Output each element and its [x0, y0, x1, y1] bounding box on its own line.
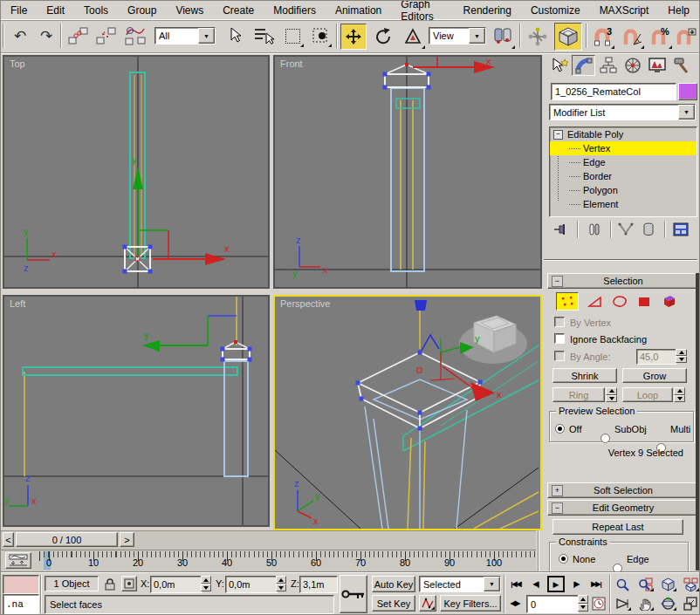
- viewport-perspective[interactable]: Perspective: [273, 295, 542, 530]
- selection-filter-arrow[interactable]: ▼: [198, 28, 215, 44]
- x-spinner[interactable]: [201, 576, 211, 591]
- make-unique-button[interactable]: [615, 221, 636, 238]
- ring-button[interactable]: Ring: [552, 387, 605, 402]
- default-tangents-button[interactable]: [419, 595, 436, 612]
- menu-maxscript[interactable]: MAXScript: [590, 4, 659, 17]
- bind-to-space-warp-button[interactable]: [121, 24, 149, 48]
- menu-edit[interactable]: Edit: [37, 4, 74, 17]
- ignore-backfacing-checkbox[interactable]: [554, 333, 565, 344]
- selection-set-dropdown[interactable]: Selected ▼: [419, 576, 501, 592]
- viewport-left-label[interactable]: Left: [10, 298, 25, 309]
- viewport-perspective-canvas[interactable]: y x z y x: [275, 297, 540, 529]
- menu-tools[interactable]: Tools: [74, 4, 118, 17]
- select-and-move-button[interactable]: [340, 24, 367, 50]
- collapse-box[interactable]: −: [553, 130, 563, 140]
- move-gizmo-left[interactable]: y: [142, 330, 208, 352]
- arc-rotate-button[interactable]: [658, 595, 677, 612]
- pin-stack-button[interactable]: [551, 221, 572, 238]
- select-by-name-button[interactable]: [250, 24, 277, 48]
- constraints-none-radio[interactable]: [559, 554, 568, 564]
- subobject-element-button[interactable]: [657, 292, 680, 311]
- remove-modifier-button[interactable]: [638, 221, 659, 238]
- auto-key-button[interactable]: Auto Key: [372, 576, 415, 592]
- by-angle-field[interactable]: 45,0: [636, 349, 676, 365]
- menu-customize[interactable]: Customize: [521, 4, 590, 17]
- previous-frame-button[interactable]: ◀|: [528, 576, 544, 592]
- zoom-button[interactable]: [613, 576, 632, 592]
- z-coordinate-field[interactable]: 3,1m: [299, 576, 338, 593]
- stack-item-polygon[interactable]: Polygon: [550, 183, 697, 197]
- tab-utilities[interactable]: [669, 55, 693, 76]
- y-coordinate-field[interactable]: 0,0m: [225, 576, 278, 593]
- menu-file[interactable]: File: [1, 4, 37, 17]
- menu-modifiers[interactable]: Modifiers: [264, 4, 326, 17]
- percent-snap-toggle-button[interactable]: %: [647, 24, 673, 50]
- viewport-front-canvas[interactable]: x z y x: [275, 57, 540, 287]
- redo-button[interactable]: ↷: [34, 24, 58, 48]
- mini-curve-editor-button[interactable]: [5, 552, 31, 569]
- by-vertex-checkbox[interactable]: [554, 317, 565, 327]
- play-button[interactable]: ▶: [547, 576, 565, 592]
- key-mode-toggle-button[interactable]: ◀▶: [507, 595, 523, 612]
- zoom-all-button[interactable]: [635, 576, 655, 592]
- stack-item-editable-poly[interactable]: − Editable Poly: [550, 127, 697, 141]
- zoom-extents-all-button[interactable]: [681, 576, 700, 592]
- window-crossing-toggle-button[interactable]: [308, 24, 333, 48]
- viewport-front[interactable]: Front x: [273, 55, 542, 289]
- tab-hierarchy[interactable]: [596, 55, 620, 76]
- snap-toggle-3d-button[interactable]: 3: [589, 24, 615, 50]
- select-and-scale-button[interactable]: [400, 24, 426, 50]
- loop-spinner[interactable]: [674, 387, 685, 402]
- y-spinner[interactable]: [276, 576, 286, 591]
- time-slider-handle[interactable]: 0 / 100: [16, 532, 118, 547]
- loop-button[interactable]: Loop: [622, 387, 673, 402]
- menu-views[interactable]: Views: [166, 4, 213, 17]
- modifier-list-arrow[interactable]: ▼: [678, 105, 695, 120]
- subobject-vertex-button[interactable]: [556, 292, 579, 311]
- viewport-top-canvas[interactable]: y x y z x: [4, 57, 268, 287]
- tab-display[interactable]: [645, 55, 669, 76]
- by-angle-spinner[interactable]: [676, 349, 687, 363]
- tab-create[interactable]: [547, 55, 571, 76]
- move-gizmo-top[interactable]: y x: [132, 154, 230, 265]
- time-slider-track[interactable]: < 0 / 100 >: [1, 530, 536, 550]
- stack-item-vertex[interactable]: Vertex: [550, 141, 697, 155]
- viewport-left-canvas[interactable]: y z y x: [4, 297, 268, 525]
- modifier-list-dropdown[interactable]: Modifier List ▼: [549, 104, 696, 120]
- ring-spinner[interactable]: [606, 387, 617, 402]
- move-gizmo-front[interactable]: x: [413, 57, 495, 73]
- snaps-toggle-button[interactable]: [554, 23, 582, 51]
- subobject-polygon-button[interactable]: [633, 292, 655, 311]
- angle-snap-toggle-button[interactable]: [619, 24, 645, 50]
- preview-subobj-radio[interactable]: [600, 434, 610, 443]
- x-coordinate-field[interactable]: 0,0m: [150, 576, 202, 593]
- time-configuration-button[interactable]: [591, 595, 607, 612]
- soft-selection-rollout-header[interactable]: + Soft Selection: [547, 482, 697, 498]
- repeat-last-button[interactable]: Repeat Last: [552, 519, 683, 535]
- undo-button[interactable]: ↶: [8, 24, 32, 48]
- frame-spinner[interactable]: [578, 595, 588, 612]
- next-frame-button[interactable]: |▶: [568, 576, 584, 592]
- maxscript-mini-listener[interactable]: .na: [3, 594, 39, 615]
- pan-button[interactable]: [635, 595, 655, 612]
- maximize-viewport-toggle-button[interactable]: [681, 595, 700, 612]
- viewport-left[interactable]: Left y: [3, 295, 270, 527]
- menu-rendering[interactable]: Rendering: [454, 4, 521, 17]
- zoom-extents-button[interactable]: [658, 576, 677, 592]
- edit-geometry-rollout-header[interactable]: − Edit Geometry: [547, 500, 697, 516]
- tab-motion[interactable]: [621, 55, 644, 76]
- viewport-perspective-label[interactable]: Perspective: [280, 298, 330, 309]
- selection-rollout-header[interactable]: − Selection: [547, 273, 697, 289]
- tab-modify[interactable]: [572, 55, 595, 76]
- reference-coordinate-dropdown[interactable]: View ▼: [429, 27, 486, 44]
- time-slider-next-button[interactable]: >: [120, 532, 134, 547]
- time-slider-prev-button[interactable]: <: [3, 532, 14, 547]
- spinner-snap-toggle-button[interactable]: [673, 24, 699, 50]
- object-name-field[interactable]: 1_0256_RemateCol: [551, 83, 676, 100]
- subobject-border-button[interactable]: [608, 292, 631, 311]
- selection-filter-dropdown[interactable]: All ▼: [154, 27, 216, 44]
- modifier-stack[interactable]: − Editable Poly Vertex Edge Border Polyg…: [549, 126, 697, 217]
- stack-item-element[interactable]: Element: [550, 197, 697, 211]
- by-angle-checkbox[interactable]: [554, 351, 565, 361]
- rollout-scrollbar[interactable]: [696, 273, 699, 571]
